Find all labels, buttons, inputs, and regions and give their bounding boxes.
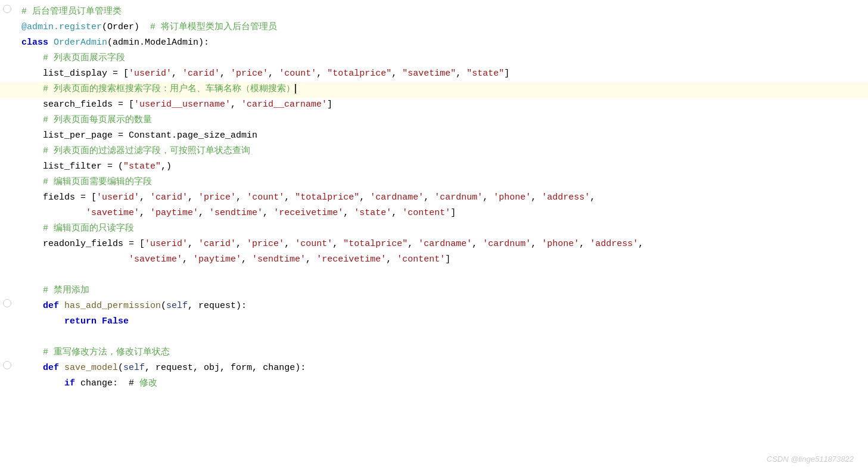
code-token: 'count'	[247, 192, 284, 203]
code-token: ,	[231, 99, 241, 110]
code-token: 'carid'	[150, 192, 188, 203]
code-token: #	[21, 177, 54, 187]
code-token: ,	[220, 69, 231, 79]
code-token: self	[123, 363, 145, 373]
line-text: # 列表页面的搜索框搜索字段：用户名、车辆名称（模糊搜索）	[17, 82, 858, 97]
code-token: ,	[284, 192, 295, 203]
code-token: "totalprice"	[343, 239, 407, 249]
code-token: ,	[188, 239, 198, 249]
code-token: 列表页面的搜索框搜索字段：用户名、车辆名称（模糊搜索）	[54, 84, 295, 94]
code-token: 'savetime'	[86, 208, 139, 218]
code-token: 'carid__carname'	[241, 99, 327, 110]
code-token: ]	[450, 208, 456, 218]
code-line: # 后台管理员订单管理类	[0, 5, 868, 20]
code-token: #	[21, 53, 54, 63]
code-token: readonly_fields = [	[21, 239, 145, 249]
code-token: 禁用添加	[54, 285, 89, 295]
code-token: return	[64, 316, 97, 326]
code-token: #	[21, 146, 54, 156]
code-line: def has_add_permission(self, request):	[0, 299, 868, 315]
code-token: 'paytime'	[150, 208, 198, 218]
code-token: ,	[306, 254, 316, 264]
watermark: CSDN @linge511873822	[767, 453, 854, 466]
line-text: # 重写修改方法，修改订单状态	[17, 346, 858, 360]
code-token: ,	[424, 192, 434, 203]
code-token: def	[43, 301, 59, 311]
code-token: 'cardnum'	[434, 192, 483, 203]
code-token: ,	[579, 239, 590, 249]
line-text: list_display = ['userid', 'carid', 'pric…	[17, 67, 858, 81]
code-token: ,	[139, 208, 150, 218]
code-token	[21, 254, 129, 264]
line-text: fields = ['userid', 'carid', 'price', 'c…	[17, 191, 858, 205]
line-text: readonly_fields = ['userid', 'carid', 'p…	[17, 237, 858, 251]
code-line: # 禁用添加	[0, 284, 868, 299]
code-line	[0, 330, 868, 346]
code-token	[48, 38, 54, 48]
code-token: 'address'	[542, 192, 590, 203]
code-token: 'sendtime'	[252, 254, 306, 264]
code-token: if	[64, 378, 75, 388]
code-token: ,	[198, 208, 209, 218]
code-token: ,	[359, 192, 370, 203]
code-token: ,	[386, 254, 397, 264]
code-token: 'state'	[354, 208, 391, 218]
breakpoint-icon[interactable]	[3, 299, 11, 307]
code-token: 后台管理员订单管理类	[32, 7, 122, 17]
line-text: 'savetime', 'paytime', 'sendtime', 'rece…	[17, 206, 858, 220]
code-token: ,	[483, 192, 493, 203]
code-token: list_per_page = Constant.page_size_admin	[21, 130, 257, 141]
code-token: ,	[188, 192, 198, 203]
code-token: 'count'	[279, 69, 316, 79]
code-token: 'content'	[402, 208, 450, 218]
code-token: ,	[407, 239, 418, 249]
code-line: list_display = ['userid', 'carid', 'pric…	[0, 67, 868, 82]
code-token: has_add_permission	[64, 301, 161, 311]
line-text: return False	[17, 315, 858, 329]
code-token: ,	[263, 208, 273, 218]
code-token: OrderAdmin	[54, 38, 107, 48]
code-token	[21, 316, 64, 326]
code-line: fields = ['userid', 'carid', 'price', 'c…	[0, 191, 868, 206]
code-token: #	[21, 84, 54, 94]
code-token: ,	[182, 254, 193, 264]
code-token: (Order)	[102, 22, 139, 32]
code-token: #	[21, 347, 54, 357]
code-token	[97, 316, 102, 326]
code-token: 'userid'	[97, 192, 139, 203]
code-line: list_filter = ("state",)	[0, 160, 868, 175]
code-token: 'phone'	[542, 239, 579, 249]
code-token: 'phone'	[493, 192, 531, 203]
code-token: ,	[391, 69, 402, 79]
line-text: # 编辑页面需要编辑的字段	[17, 175, 858, 189]
code-token: 'sendtime'	[209, 208, 263, 218]
code-line: list_per_page = Constant.page_size_admin	[0, 129, 868, 144]
code-token: (admin.ModelAdmin):	[107, 38, 209, 48]
code-token: ]	[445, 254, 450, 264]
code-token: save_model	[64, 363, 118, 373]
breakpoint-icon[interactable]	[3, 5, 11, 13]
code-token	[21, 208, 86, 218]
line-text: class OrderAdmin(admin.ModelAdmin):	[17, 36, 858, 50]
code-token: 'price'	[247, 239, 284, 249]
code-token: @admin.register	[21, 22, 102, 32]
line-text: def has_add_permission(self, request):	[17, 299, 858, 313]
code-token: list_filter = (	[21, 161, 123, 172]
code-token: 'content'	[397, 254, 445, 264]
code-token: search_fields = [	[21, 99, 134, 110]
line-text: # 后台管理员订单管理类	[17, 5, 858, 19]
code-token: fields = [	[21, 192, 97, 203]
text-cursor	[295, 84, 296, 94]
breakpoint-icon[interactable]	[3, 361, 11, 369]
code-token: def	[43, 363, 59, 373]
code-token: ,	[268, 69, 279, 79]
code-token: #	[139, 22, 161, 32]
code-token: "savetime"	[402, 69, 456, 79]
code-token: 'carid'	[182, 69, 220, 79]
code-token: , request, obj, form, change):	[145, 363, 306, 373]
line-gutter	[0, 361, 17, 369]
code-token: 编辑页面需要编辑的字段	[54, 177, 152, 187]
code-token: ,	[139, 192, 150, 203]
code-line: # 列表页面的搜索框搜索字段：用户名、车辆名称（模糊搜索）	[0, 82, 868, 98]
code-token: 'price'	[231, 69, 268, 79]
